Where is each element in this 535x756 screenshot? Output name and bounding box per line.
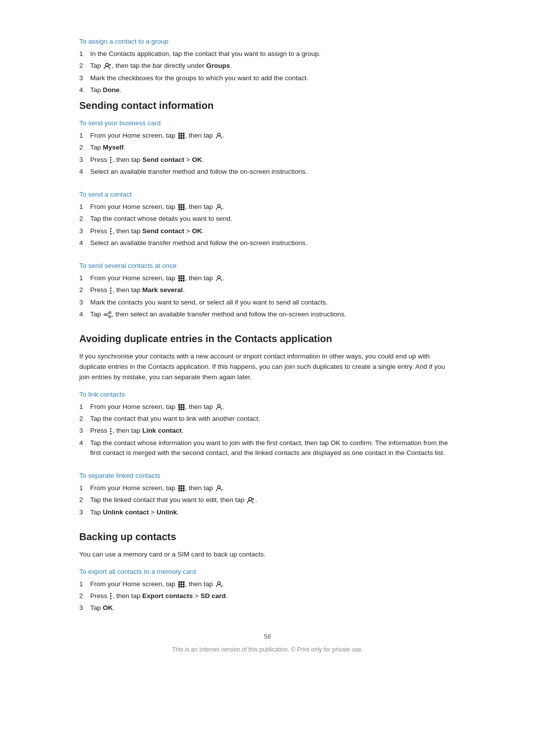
svg-point-82 — [217, 582, 220, 585]
grid-icon — [178, 203, 185, 210]
list-item: 1 In the Contacts application, tap the c… — [79, 49, 456, 59]
list-item: 3 Press , then tap Send contact > OK. — [79, 155, 456, 165]
menu-icon — [109, 287, 112, 294]
step-number: 4 — [79, 238, 90, 248]
grid-icon — [178, 403, 185, 410]
step-text: Press , then tap Mark several. — [90, 285, 456, 295]
list-item: 4 Tap , then select an available transfe… — [79, 309, 456, 319]
step-number: 1 — [79, 49, 90, 59]
step-text: Mark the checkboxes for the groups to wh… — [90, 73, 456, 83]
svg-rect-51 — [180, 406, 182, 408]
export-contacts-block: To export all contacts to a memory card … — [79, 568, 456, 613]
list-item: 1 From your Home screen, tap — [79, 402, 456, 412]
list-item: 1 From your Home screen, tap — [79, 483, 456, 493]
svg-rect-78 — [183, 584, 185, 586]
step-number: 2 — [79, 143, 90, 152]
backup-contacts-section: Backing up contacts You can use a memory… — [79, 531, 456, 613]
svg-rect-80 — [180, 586, 182, 588]
separate-linked-contacts-subheading: To separate linked contacts — [79, 472, 456, 479]
contacts-icon — [215, 203, 222, 210]
svg-rect-35 — [178, 280, 180, 282]
step-text: Tap the contact whose details you want t… — [90, 214, 456, 224]
svg-point-85 — [110, 598, 111, 600]
svg-point-83 — [110, 593, 111, 595]
avoid-duplicates-intro: If you synchronise your contacts with a … — [79, 352, 456, 383]
svg-rect-75 — [183, 581, 185, 583]
svg-point-56 — [217, 404, 220, 407]
svg-line-46 — [106, 315, 109, 316]
list-item: 3 Press , then tap Link contact. — [79, 426, 456, 436]
step-text: Tap , then tap the bar directly under Gr… — [90, 61, 456, 71]
svg-rect-47 — [178, 404, 180, 406]
step-text: Select an available transfer method and … — [90, 238, 456, 248]
bold-text: Unlink — [157, 508, 177, 516]
svg-point-12 — [217, 133, 220, 136]
svg-point-59 — [110, 433, 111, 434]
contacts-icon — [215, 403, 222, 410]
svg-point-44 — [104, 313, 106, 315]
svg-rect-17 — [180, 204, 182, 206]
contacts-icon — [215, 581, 222, 588]
svg-rect-31 — [183, 275, 185, 277]
bold-text: Unlink contact — [103, 508, 149, 516]
svg-rect-52 — [183, 406, 185, 408]
step-text: From your Home screen, tap , then tap — [90, 483, 456, 493]
send-several-contacts-list: 1 From your Home screen, tap — [79, 273, 456, 319]
bold-text: Mark several — [142, 286, 183, 294]
svg-point-57 — [110, 428, 111, 429]
list-item: 1 From your Home screen, tap — [79, 202, 456, 212]
send-several-contacts-subheading: To send several contacts at once — [79, 262, 456, 269]
svg-rect-19 — [178, 206, 180, 208]
step-number: 1 — [79, 131, 90, 141]
menu-icon — [109, 156, 112, 163]
grid-icon — [178, 275, 185, 282]
svg-rect-8 — [183, 135, 185, 137]
svg-rect-79 — [178, 586, 180, 588]
svg-point-28 — [110, 233, 111, 234]
list-item: 1 From your Home screen, tap — [79, 579, 456, 589]
list-item: 2 Tap the contact whose details you want… — [79, 214, 456, 224]
link-contacts-block: To link contacts 1 From your Home screen… — [79, 391, 456, 458]
svg-rect-77 — [180, 584, 182, 586]
send-contact-list: 1 From your Home screen, tap — [79, 202, 456, 248]
svg-rect-5 — [183, 133, 185, 135]
bold-text: SD card — [201, 592, 226, 600]
svg-point-15 — [110, 161, 111, 163]
svg-rect-61 — [180, 485, 182, 487]
list-item: 4 Select an available transfer method an… — [79, 238, 456, 248]
svg-point-40 — [110, 290, 111, 291]
svg-rect-7 — [180, 135, 182, 137]
svg-point-26 — [110, 228, 111, 229]
export-contacts-subheading: To export all contacts to a memory card — [79, 568, 456, 575]
list-item: 3 Tap Unlink contact > Unlink. — [79, 507, 456, 517]
backup-contacts-heading: Backing up contacts — [79, 531, 456, 543]
svg-rect-33 — [180, 278, 182, 280]
step-number: 1 — [79, 273, 90, 283]
menu-icon — [109, 228, 112, 235]
contacts-icon — [215, 132, 222, 139]
svg-rect-81 — [183, 586, 185, 588]
svg-rect-62 — [183, 485, 185, 487]
bold-text: Groups — [206, 62, 230, 69]
svg-rect-74 — [180, 581, 182, 583]
svg-point-41 — [110, 292, 111, 294]
svg-line-45 — [106, 313, 109, 314]
list-item: 2 Tap the contact that you want to link … — [79, 414, 456, 424]
svg-rect-4 — [180, 133, 182, 135]
person-edit-icon — [247, 497, 255, 504]
svg-rect-53 — [178, 408, 180, 410]
step-text: Tap Myself. — [90, 143, 456, 152]
svg-rect-29 — [178, 275, 180, 277]
step-number: 3 — [79, 73, 90, 83]
svg-point-42 — [109, 311, 111, 313]
sending-contact-heading: Sending contact information — [79, 100, 456, 111]
svg-point-43 — [109, 315, 111, 317]
svg-point-13 — [110, 156, 111, 158]
export-contacts-list: 1 From your Home screen, tap — [79, 579, 456, 613]
list-item: 4 Tap the contact whose information you … — [79, 438, 456, 458]
list-item: 2 Tap the linked contact that you want t… — [79, 495, 456, 505]
svg-point-14 — [110, 159, 111, 160]
list-item: 4 Select an available transfer method an… — [79, 167, 456, 177]
assign-contact-group-section: To assign a contact to a group 1 In the … — [79, 38, 456, 95]
svg-point-69 — [217, 486, 220, 489]
